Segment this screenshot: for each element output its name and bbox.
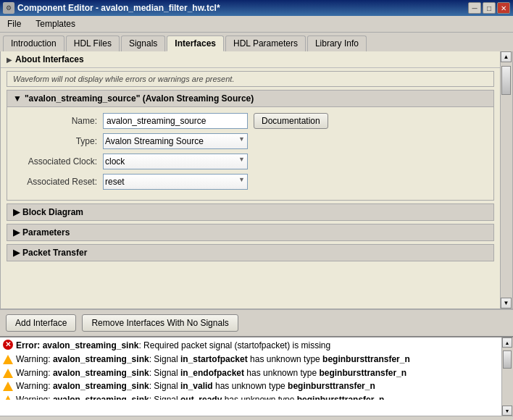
streaming-source-header: ▼ "avalon_streaming_source" (Avalon Stre… — [7, 91, 493, 107]
streaming-source-title: "avalon_streaming_source" (Avalon Stream… — [25, 93, 254, 104]
log-warning-text-3: Warning: avalon_streaming_sink: Signal i… — [16, 380, 375, 392]
title-bar: ⚙ Component Editor - avalon_median_filte… — [0, 0, 513, 16]
block-diagram-header[interactable]: ▶ Block Diagram — [7, 204, 493, 220]
log-entry-warning-2: Warning: avalon_streaming_sink: Signal i… — [3, 366, 510, 380]
warning-icon-1 — [3, 355, 13, 364]
log-error-text: Error: avalon_streaming_sink: Required p… — [16, 340, 330, 352]
remove-interfaces-button[interactable]: Remove Interfaces With No Signals — [82, 314, 238, 332]
parameters-header[interactable]: ▶ Parameters — [7, 224, 493, 240]
tab-bar: Introduction HDL Files Signals Interface… — [0, 33, 513, 51]
log-entry-warning-1: Warning: avalon_streaming_sink: Signal i… — [3, 353, 510, 366]
scroll-content: ▶ About Interfaces Waveform will not dis… — [1, 51, 500, 308]
close-button[interactable]: ✕ — [497, 2, 510, 14]
window-controls[interactable]: ─ □ ✕ — [468, 2, 510, 14]
about-label: About Interfaces — [15, 54, 84, 64]
log-scrollbar: ▲ ▼ — [501, 337, 513, 416]
collapse-icon[interactable]: ▼ — [13, 93, 22, 104]
tab-interfaces[interactable]: Interfaces — [167, 35, 224, 51]
about-section: ▶ About Interfaces — [1, 51, 500, 68]
clock-select-wrapper: clock — [103, 154, 248, 169]
scrollbar-track: ▲ ▼ — [500, 51, 512, 308]
type-label: Type: — [16, 136, 103, 146]
name-label: Name: — [16, 116, 103, 126]
block-diagram-label: Block Diagram — [22, 207, 83, 217]
parameters-panel: ▶ Parameters — [7, 224, 494, 241]
streaming-source-panel: ▼ "avalon_streaming_source" (Avalon Stre… — [7, 90, 494, 201]
log-scrollbar-thumb[interactable] — [503, 350, 512, 369]
tab-introduction[interactable]: Introduction — [3, 35, 64, 51]
log-entry-warning-4: Warning: avalon_streaming_sink: Signal o… — [3, 393, 510, 400]
documentation-button[interactable]: Documentation — [254, 113, 328, 129]
collapse-arrow-icon[interactable]: ▶ — [7, 56, 12, 64]
type-row: Type: Avalon Streaming Source — [16, 133, 485, 149]
packet-transfer-label: Packet Transfer — [22, 248, 87, 258]
main-content: ▲ ▼ ▶ About Interfaces Waveform will not… — [0, 51, 513, 309]
collapse-icon-packet: ▶ — [13, 248, 20, 258]
type-select-wrapper: Avalon Streaming Source — [103, 133, 248, 149]
reset-select-wrapper: reset — [103, 174, 248, 190]
reset-row: Associated Reset: reset — [16, 174, 485, 190]
reset-select[interactable]: reset — [103, 174, 248, 190]
tab-signals[interactable]: Signals — [121, 35, 165, 51]
collapse-icon-block: ▶ — [13, 207, 20, 217]
clock-select[interactable]: clock — [103, 154, 248, 169]
type-select[interactable]: Avalon Streaming Source — [103, 133, 248, 149]
log-warning-text-2: Warning: avalon_streaming_sink: Signal i… — [16, 367, 406, 379]
warning-banner: Waveform will not display while errors o… — [7, 71, 494, 87]
error-icon: ✕ — [3, 340, 13, 350]
window-title: Component Editor - avalon_median_filter_… — [17, 3, 220, 13]
log-content: ✕ Error: avalon_streaming_sink: Required… — [0, 337, 513, 400]
log-entry-warning-3: Warning: avalon_streaming_sink: Signal i… — [3, 379, 510, 393]
log-scroll-up[interactable]: ▲ — [502, 337, 512, 348]
warning-icon-3 — [3, 382, 13, 391]
scroll-down-button[interactable]: ▼ — [501, 298, 512, 308]
scrollbar-thumb[interactable] — [501, 66, 511, 95]
tab-hdl-parameters[interactable]: HDL Parameters — [225, 35, 306, 51]
tab-hdl-files[interactable]: HDL Files — [66, 35, 120, 51]
collapse-icon-params: ▶ — [13, 227, 20, 238]
reset-label: Associated Reset: — [16, 177, 103, 187]
app-icon: ⚙ — [3, 2, 14, 14]
parameters-label: Parameters — [22, 227, 70, 238]
clock-label: Associated Clock: — [16, 156, 103, 167]
warning-icon-2 — [3, 369, 13, 378]
tab-library-info[interactable]: Library Info — [307, 35, 367, 51]
menu-templates[interactable]: Templates — [31, 17, 80, 30]
packet-transfer-header[interactable]: ▶ Packet Transfer — [7, 245, 493, 261]
packet-transfer-panel: ▶ Packet Transfer — [7, 244, 494, 261]
block-diagram-panel: ▶ Block Diagram — [7, 203, 494, 221]
name-input[interactable] — [103, 113, 248, 129]
warning-icon-4 — [3, 395, 13, 400]
title-bar-left: ⚙ Component Editor - avalon_median_filte… — [3, 2, 220, 14]
menu-bar: File Templates — [0, 16, 513, 33]
log-scroll-down[interactable]: ▼ — [502, 406, 512, 416]
maximize-button[interactable]: □ — [483, 2, 496, 14]
log-warning-text-1: Warning: avalon_streaming_sink: Signal i… — [16, 353, 410, 366]
scroll-up-button[interactable]: ▲ — [501, 51, 512, 62]
log-entry-error: ✕ Error: avalon_streaming_sink: Required… — [3, 339, 510, 353]
add-interface-button[interactable]: Add Interface — [6, 314, 76, 332]
streaming-source-body: Name: Documentation Type: Avalon Streami… — [7, 107, 493, 200]
minimize-button[interactable]: ─ — [468, 2, 481, 14]
clock-row: Associated Clock: clock — [16, 154, 485, 169]
log-warning-text-4: Warning: avalon_streaming_sink: Signal o… — [16, 394, 384, 400]
log-panel: ✕ Error: avalon_streaming_sink: Required… — [0, 336, 513, 416]
navigation-bar: Help ◄ Prev Next ► Finish... — [0, 416, 513, 420]
name-row: Name: Documentation — [16, 113, 485, 129]
bottom-buttons-bar: Add Interface Remove Interfaces With No … — [0, 309, 513, 336]
menu-file[interactable]: File — [3, 17, 25, 30]
